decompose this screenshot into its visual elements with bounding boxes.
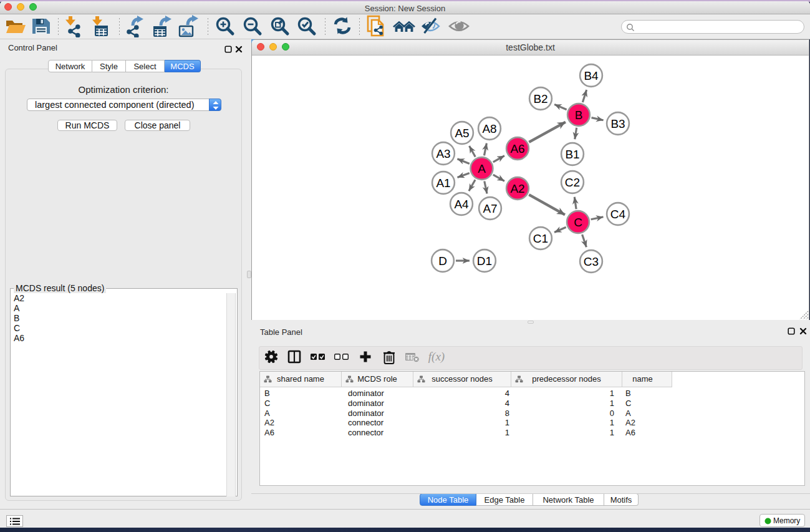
svg-text:A8: A8 <box>482 122 496 135</box>
svg-text:A7: A7 <box>483 202 497 215</box>
svg-text:A: A <box>478 162 486 175</box>
svg-text:A3: A3 <box>436 147 450 160</box>
svg-text:C2: C2 <box>565 176 580 189</box>
svg-text:C4: C4 <box>610 208 626 221</box>
svg-text:A5: A5 <box>455 127 469 140</box>
svg-text:B2: B2 <box>533 92 547 105</box>
svg-text:A6: A6 <box>510 142 524 155</box>
svg-text:B: B <box>575 109 583 122</box>
svg-text:A1: A1 <box>436 177 450 190</box>
svg-text:C3: C3 <box>584 255 599 268</box>
svg-text:A4: A4 <box>454 198 469 211</box>
svg-text:D: D <box>438 254 447 268</box>
svg-text:C1: C1 <box>533 232 548 245</box>
svg-text:B3: B3 <box>610 117 625 130</box>
svg-text:B4: B4 <box>584 69 599 82</box>
svg-text:f(x): f(x) <box>428 350 445 364</box>
svg-text:D1: D1 <box>477 254 492 268</box>
svg-text:B1: B1 <box>565 148 579 161</box>
svg-text:A2: A2 <box>510 182 524 195</box>
svg-text:C: C <box>574 216 582 229</box>
